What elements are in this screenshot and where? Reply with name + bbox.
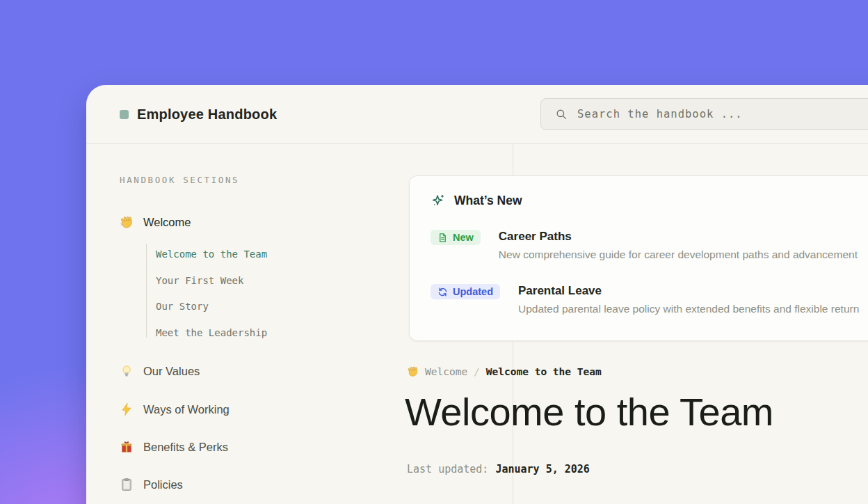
whats-new-card: What’s New New Career Paths New comprehe… (409, 175, 868, 341)
sidebar-subitem-label: Our Story (156, 301, 209, 312)
whats-new-title: What’s New (454, 194, 522, 208)
app-logo-icon (120, 110, 129, 119)
sidebar-subitem-our-story[interactable]: Our Story (156, 300, 209, 313)
gift-icon (120, 440, 134, 454)
bulb-icon (120, 364, 134, 378)
sidebar-subitem-your-first-week[interactable]: Your First Week (156, 274, 243, 287)
sidebar-item-policies[interactable]: Policies (120, 476, 183, 493)
breadcrumb-separator: / (474, 366, 480, 377)
search-input[interactable] (577, 108, 868, 120)
sidebar-item-label: Benefits & Perks (143, 441, 228, 454)
updated-badge: Updated (431, 284, 500, 299)
whats-new-item-description: New comprehensive guide for career devel… (499, 249, 858, 261)
sidebar-item-our-values[interactable]: Our Values (120, 363, 200, 379)
whats-new-item-description: Updated parental leave policy with exten… (518, 303, 859, 315)
breadcrumb: Welcome / Welcome to the Team (407, 365, 602, 377)
sidebar-item-ways-of-working[interactable]: Ways of Working (120, 401, 230, 418)
whats-new-item-text: Parental Leave Updated parental leave po… (518, 283, 859, 315)
whats-new-item-text: Career Paths New comprehensive guide for… (499, 229, 858, 261)
page-title: Welcome to the Team (405, 389, 773, 434)
sidebar-item-benefits-perks[interactable]: Benefits & Perks (120, 439, 228, 455)
breadcrumb-section[interactable]: Welcome (425, 366, 467, 377)
sidebar-subitem-meet-the-leadership[interactable]: Meet the Leadership (156, 326, 267, 339)
refresh-icon (437, 287, 448, 297)
last-updated: Last updated: January 5, 2026 (407, 463, 590, 475)
app-title: Employee Handbook (137, 107, 277, 123)
breadcrumb-current-page: Welcome to the Team (486, 366, 602, 377)
wave-icon (120, 215, 134, 229)
sidebar-heading: HANDBOOK SECTIONS (120, 175, 239, 185)
sidebar-item-welcome[interactable]: Welcome (120, 214, 191, 230)
last-updated-value: January 5, 2026 (495, 463, 589, 475)
sidebar-subsection-rail (146, 244, 147, 338)
whats-new-header: What’s New (431, 193, 868, 208)
sidebar-item-label: Ways of Working (143, 403, 230, 416)
last-updated-label: Last updated: (407, 463, 488, 475)
document-icon (437, 233, 448, 243)
sidebar-subitem-welcome-to-the-team[interactable]: Welcome to the Team (156, 248, 267, 260)
badge-label: New (453, 232, 474, 243)
brand: Employee Handbook (120, 85, 277, 143)
wave-icon (407, 365, 419, 377)
sidebar-subitem-label: Welcome to the Team (156, 249, 267, 260)
page-background: Employee Handbook HANDBOOK SECTIONS (0, 0, 868, 504)
new-badge: New (431, 230, 481, 245)
sidebar-item-label: Welcome (143, 216, 191, 229)
badge-label: Updated (453, 286, 493, 297)
whats-new-item[interactable]: New Career Paths New comprehensive guide… (431, 229, 868, 261)
sidebar-item-label: Our Values (143, 365, 200, 378)
whats-new-item-title: Career Paths (499, 229, 858, 244)
sparkle-icon (431, 193, 446, 208)
lightning-icon (120, 402, 134, 416)
whats-new-item[interactable]: Updated Parental Leave Updated parental … (431, 283, 868, 315)
sidebar-item-label: Policies (143, 478, 183, 491)
whats-new-item-title: Parental Leave (518, 283, 859, 299)
app-window: Employee Handbook HANDBOOK SECTIONS (86, 85, 868, 504)
clipboard-icon (120, 478, 134, 491)
app-header: Employee Handbook (86, 85, 868, 144)
sidebar-subitem-label: Meet the Leadership (156, 327, 267, 338)
app-body: HANDBOOK SECTIONS Welcome Welcome to the… (86, 144, 868, 504)
search-bar[interactable] (540, 98, 868, 130)
sidebar-subitem-label: Your First Week (156, 275, 243, 286)
search-icon (555, 108, 568, 120)
